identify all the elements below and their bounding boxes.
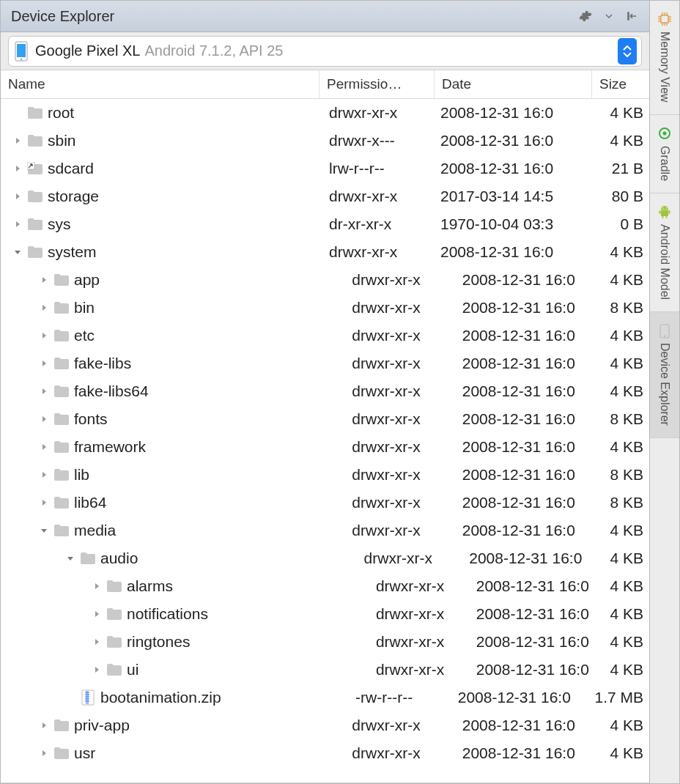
date-cell: 2008-12-31 16:0 [458,327,610,344]
tree-row[interactable]: lib64drwxr-xr-x2008-12-31 16:08 KB [1,489,649,517]
folder-icon [53,495,70,511]
svg-point-32 [662,207,663,208]
tree-row[interactable]: etcdrwxr-xr-x2008-12-31 16:04 KB [1,322,649,350]
side-tab-memory[interactable]: Memory View [650,1,679,115]
column-size[interactable]: Size [592,70,649,98]
tree-row[interactable]: sbindrwxr-x---2008-12-31 16:04 KB [1,127,649,155]
tree-item-label: sdcard [48,160,94,177]
column-date[interactable]: Date [435,70,592,98]
tree-row[interactable]: storagedrwxr-xr-x2017-03-14 14:580 B [1,182,649,210]
size-cell: 4 KB [610,438,649,456]
tree-row[interactable]: priv-appdrwxr-xr-x2008-12-31 16:04 KB [1,711,649,739]
disclosure-triangle[interactable] [11,218,24,231]
disclosure-triangle[interactable] [64,552,77,565]
size-cell: 4 KB [610,271,649,289]
device-select[interactable]: Google Pixel XL Android 7.1.2, API 25 [8,36,642,67]
select-stepper-icon[interactable] [618,38,637,64]
tree-row[interactable]: mediadrwxr-xr-x2008-12-31 16:04 KB [1,517,649,544]
size-cell: 4 KB [610,355,649,372]
disclosure-triangle[interactable] [37,301,51,314]
tree-row[interactable]: bindrwxr-xr-x2008-12-31 16:08 KB [1,294,649,322]
disclosure-triangle[interactable] [37,273,51,286]
date-cell: 2008-12-31 16:0 [436,132,590,149]
permissions-cell: drwxr-xr-x [344,494,457,511]
disclosure-triangle[interactable] [11,245,24,259]
tree-row[interactable]: alarmsdrwxr-xr-x2008-12-31 16:04 KB [1,572,649,600]
side-tab-android-model[interactable]: Android Model [650,193,679,312]
disclosure-triangle[interactable] [37,329,51,342]
tree-row[interactable]: ringtonesdrwxr-xr-x2008-12-31 16:04 KB [1,628,649,656]
side-tab-label: Gradle [658,146,671,181]
tree-item-label: lib [74,466,89,484]
size-cell: 4 KB [610,382,649,400]
tree-row[interactable]: uidrwxr-xr-x2008-12-31 16:04 KB [1,656,649,684]
chevron-down-icon[interactable] [599,7,618,26]
date-cell: 2008-12-31 16:0 [454,689,595,706]
permissions-cell: drwxr-xr-x [344,744,457,762]
disclosure-triangle[interactable] [11,134,24,147]
disclosure-triangle[interactable] [37,385,51,398]
tree-row[interactable]: systemdrwxr-xr-x2008-12-31 16:04 KB [1,238,649,266]
tree-row[interactable]: sysdr-xr-xr-x1970-10-04 03:30 B [1,210,649,238]
permissions-cell: drwxr-xr-x [344,717,457,734]
size-cell: 80 B [590,188,649,205]
tree-item-label: app [74,271,100,289]
disclosure-triangle[interactable] [37,496,51,509]
tree-row[interactable]: fontsdrwxr-xr-x2008-12-31 16:08 KB [1,405,649,433]
disclosure-triangle[interactable] [11,190,24,203]
gear-icon[interactable] [576,7,595,26]
tree-row[interactable]: audiodrwxr-xr-x2008-12-31 16:04 KB [1,544,649,572]
column-name[interactable]: Name [1,70,319,98]
disclosure-triangle[interactable] [90,607,103,621]
svg-rect-28 [659,210,661,214]
permissions-cell: dr-xr-xr-x [322,215,436,233]
size-cell: 4 KB [610,605,649,623]
size-cell: 21 B [590,160,649,177]
disclosure-triangle[interactable] [37,357,51,370]
date-cell: 2008-12-31 16:0 [472,605,610,623]
tree-row[interactable]: notificationsdrwxr-xr-x2008-12-31 16:04 … [1,600,649,628]
size-cell: 4 KB [610,327,649,344]
tree-row[interactable]: frameworkdrwxr-xr-x2008-12-31 16:04 KB [1,433,649,461]
size-cell: 4 KB [610,522,649,539]
side-tab-device-explorer[interactable]: Device Explorer [650,312,679,438]
device-subtitle: Android 7.1.2, API 25 [144,42,283,59]
disclosure-triangle[interactable] [37,747,51,760]
right-sidebar: Memory ViewGradleAndroid ModelDevice Exp… [650,1,679,783]
tree-row[interactable]: rootdrwxr-xr-x2008-12-31 16:04 KB [1,99,649,127]
disclosure-triangle[interactable] [37,468,51,481]
tree-item-label: bootanimation.zip [100,689,221,706]
tree-row[interactable]: appdrwxr-xr-x2008-12-31 16:04 KB [1,266,649,294]
disclosure-triangle[interactable] [90,663,103,676]
column-permissions[interactable]: Permissio… [319,70,435,98]
date-cell: 2008-12-31 16:0 [458,438,610,456]
tree-item-label: fake-libs [74,355,131,372]
disclosure-triangle[interactable] [37,413,51,426]
disclosure-triangle[interactable] [11,162,24,175]
date-cell: 2008-12-31 16:0 [472,577,610,595]
tree-row[interactable]: libdrwxr-xr-x2008-12-31 16:08 KB [1,461,649,489]
device-explorer-icon [658,324,671,337]
permissions-cell: drwxr-xr-x [344,327,457,344]
tree-row[interactable]: sdcardlrw-r--r--2008-12-31 16:021 B [1,155,649,182]
disclosure-triangle[interactable] [37,440,51,454]
date-cell: 2008-12-31 16:0 [458,355,610,372]
tree-row[interactable]: bootanimation.zip-rw-r--r--2008-12-31 16… [1,684,649,711]
folder-icon [53,717,70,733]
date-cell: 1970-10-04 03:3 [436,215,590,233]
minimize-icon[interactable] [623,7,642,26]
disclosure-triangle[interactable] [37,524,51,537]
tree-row[interactable]: usrdrwxr-xr-x2008-12-31 16:04 KB [1,739,649,767]
disclosure-triangle[interactable] [90,580,103,593]
date-cell: 2008-12-31 16:0 [458,522,610,539]
svg-rect-12 [661,15,668,23]
disclosure-triangle[interactable] [90,635,103,648]
side-tab-gradle[interactable]: Gradle [650,115,679,193]
device-name: Google Pixel XL [35,42,140,59]
tree-row[interactable]: fake-libs64drwxr-xr-x2008-12-31 16:04 KB [1,377,649,405]
tree-item-label: framework [74,438,146,456]
tree-item-label: system [48,243,97,261]
tree-row[interactable]: fake-libsdrwxr-xr-x2008-12-31 16:04 KB [1,350,649,377]
size-cell: 4 KB [610,717,649,734]
disclosure-triangle[interactable] [37,719,51,732]
